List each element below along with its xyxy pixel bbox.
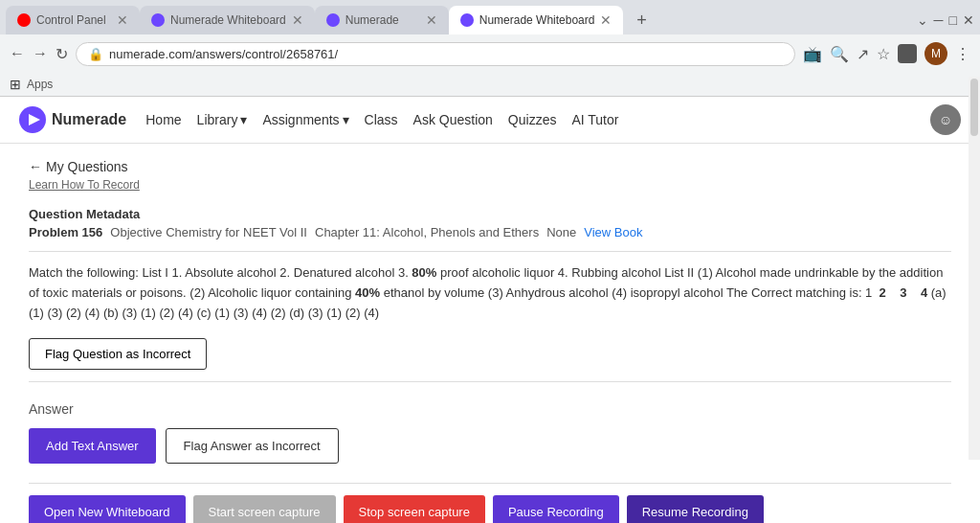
back-link-label: My Questions (46, 159, 128, 174)
tab-overflow-icon[interactable]: ⌄ (917, 12, 928, 28)
chevron-down-icon: ▾ (240, 112, 247, 127)
nav-ask-question[interactable]: Ask Question (413, 112, 493, 127)
nav-assignments[interactable]: Assignments ▾ (262, 112, 348, 127)
logo-icon (19, 106, 46, 133)
scrollbar[interactable] (969, 77, 980, 460)
none-label: None (546, 225, 576, 239)
forward-button[interactable]: → (33, 45, 48, 62)
close-window-icon[interactable]: ✕ (963, 12, 974, 28)
nav-quizzes[interactable]: Quizzes (508, 112, 557, 127)
url-bar[interactable]: 🔒 numerade.com/answers/control/2658761/ (76, 42, 795, 66)
question-text: Match the following: List I 1. Absolute … (29, 263, 951, 323)
minimize-icon[interactable]: ─ (934, 12, 944, 28)
apps-label: Apps (27, 78, 53, 91)
chevron-down-icon-2: ▾ (343, 112, 349, 127)
search-icon[interactable]: 🔍 (830, 45, 849, 63)
tab-label-1: Control Panel (36, 13, 111, 27)
divider-2 (29, 381, 951, 382)
chapter-name: Chapter 11: Alcohol, Phenols and Ethers (315, 225, 539, 239)
divider-1 (29, 251, 951, 252)
flag-answer-button[interactable]: Flag Answer as Incorrect (166, 428, 339, 464)
nav-library[interactable]: Library ▾ (197, 112, 248, 127)
tab-close-4[interactable]: ✕ (600, 12, 612, 28)
user-avatar[interactable]: ☺ (930, 104, 961, 135)
url-text: numerade.com/answers/control/2658761/ (109, 47, 338, 61)
tab-label-4: Numerade Whiteboard (479, 13, 595, 27)
record-row: Open New Whiteboard Start screen capture… (29, 495, 951, 523)
start-screen-button[interactable]: Start screen capture (193, 495, 336, 523)
refresh-button[interactable]: ↻ (56, 45, 68, 63)
back-arrow-icon: ← (29, 159, 42, 174)
apps-grid-icon[interactable]: ⊞ (10, 77, 21, 92)
answer-label: Answer (29, 401, 951, 417)
metadata-label: Question Metadata (29, 207, 951, 221)
view-book-link[interactable]: View Book (584, 225, 642, 239)
flag-question-button[interactable]: Flag Question as Incorrect (29, 338, 207, 370)
new-tab-button[interactable]: + (627, 6, 656, 34)
tab-whiteboard-1[interactable]: Numerade Whiteboard ✕ (140, 6, 315, 34)
action-row: Add Text Answer Flag Answer as Incorrect (29, 428, 951, 464)
tab-label-3: Numerade (345, 13, 420, 27)
back-link[interactable]: ← My Questions (29, 159, 951, 174)
tab-close-1[interactable]: ✕ (117, 12, 128, 28)
answer-section: Answer Add Text Answer Flag Answer as In… (29, 401, 951, 464)
tab-favicon-4 (460, 13, 474, 27)
nav-home[interactable]: Home (145, 112, 181, 127)
tab-close-2[interactable]: ✕ (292, 12, 303, 28)
stop-screen-button[interactable]: Stop screen capture (344, 495, 485, 523)
problem-number: Problem 156 (29, 225, 102, 239)
page: Numerade Home Library ▾ Assignments ▾ Cl… (0, 97, 980, 523)
open-whiteboard-button[interactable]: Open New Whiteboard (29, 495, 186, 523)
tab-control-panel[interactable]: Control Panel ✕ (6, 6, 140, 34)
add-text-answer-button[interactable]: Add Text Answer (29, 428, 156, 464)
tab-numerade[interactable]: Numerade ✕ (315, 6, 449, 34)
navbar: Numerade Home Library ▾ Assignments ▾ Cl… (0, 97, 980, 144)
pause-recording-button[interactable]: Pause Recording (493, 495, 619, 523)
tab-favicon-2 (151, 13, 165, 27)
tab-bar: Control Panel ✕ Numerade Whiteboard ✕ Nu… (0, 0, 980, 34)
tab-favicon-1 (17, 13, 31, 27)
lock-icon: 🔒 (88, 47, 103, 61)
browser-chrome: Control Panel ✕ Numerade Whiteboard ✕ Nu… (0, 0, 980, 97)
menu-icon[interactable]: ⋮ (955, 45, 970, 63)
address-bar: ← → ↻ 🔒 numerade.com/answers/control/265… (0, 34, 980, 73)
metadata-section: Question Metadata Problem 156 Objective … (29, 207, 951, 239)
scrollbar-thumb[interactable] (970, 79, 978, 136)
logo-text: Numerade (52, 111, 126, 128)
nav-links: Home Library ▾ Assignments ▾ Class Ask Q… (145, 112, 930, 127)
back-button[interactable]: ← (10, 45, 25, 62)
divider-3 (29, 483, 951, 484)
apps-bar: ⊞ Apps (0, 73, 980, 96)
logo[interactable]: Numerade (19, 106, 126, 133)
tab-whiteboard-2[interactable]: Numerade Whiteboard ✕ (449, 6, 624, 34)
metadata-row: Problem 156 Objective Chemistry for NEET… (29, 225, 951, 239)
book-name: Objective Chemistry for NEET Vol II (110, 225, 307, 239)
nav-ai-tutor[interactable]: AI Tutor (571, 112, 618, 127)
resume-recording-button[interactable]: Resume Recording (627, 495, 764, 523)
tab-close-3[interactable]: ✕ (426, 12, 437, 28)
nav-class[interactable]: Class (365, 112, 398, 127)
cast-icon[interactable]: 📺 (803, 45, 822, 63)
restore-icon[interactable]: □ (949, 12, 957, 28)
profile-icon[interactable] (898, 44, 917, 63)
tab-label-2: Numerade Whiteboard (170, 13, 286, 27)
share-icon[interactable]: ↗ (857, 45, 869, 63)
main-content: ← My Questions Learn How To Record Quest… (0, 144, 980, 523)
user-avatar-icon[interactable]: M (924, 42, 947, 65)
star-icon[interactable]: ☆ (877, 45, 890, 63)
learn-record-link[interactable]: Learn How To Record (29, 178, 951, 192)
tab-favicon-3 (326, 13, 340, 27)
